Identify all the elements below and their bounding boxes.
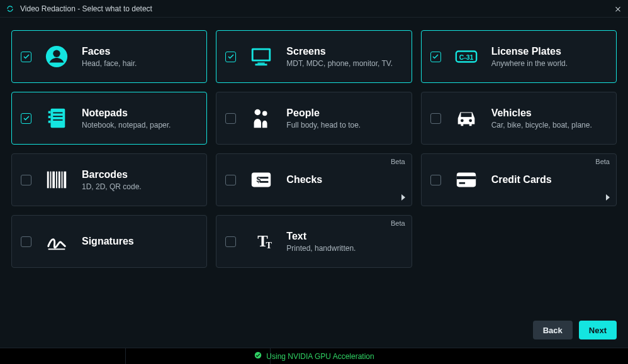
card-licenseplates[interactable]: C-31License PlatesAnywhere in the world.	[421, 30, 617, 83]
checkbox-barcodes[interactable]	[21, 175, 31, 185]
svg-rect-20	[47, 172, 49, 189]
statusbar: Using NVIDIA GPU Acceleration	[0, 348, 628, 364]
vehicle-icon	[452, 106, 480, 131]
svg-rect-4	[255, 63, 267, 65]
card-signatures[interactable]: Signatures	[11, 215, 207, 268]
beta-badge: Beta	[391, 158, 405, 165]
card-subtitle: Notebook, notepad, paper.	[82, 121, 198, 130]
svg-rect-26	[64, 172, 66, 189]
titlebar: Video Redaction - Select what to detect	[0, 0, 628, 18]
card-checks[interactable]: $ChecksBeta	[216, 153, 412, 206]
beta-badge: Beta	[391, 219, 405, 227]
back-button[interactable]: Back	[533, 321, 573, 339]
creditcard-icon	[452, 167, 480, 192]
card-title: Signatures	[82, 235, 198, 248]
svg-rect-19	[461, 113, 471, 117]
card-people[interactable]: PeopleFull body, head to toe.	[216, 92, 412, 145]
card-text-creditcards: Credit Cards	[491, 174, 607, 187]
svg-rect-27	[252, 173, 271, 187]
card-title: License Plates	[491, 45, 607, 58]
svg-rect-32	[456, 176, 475, 179]
card-title: Screens	[286, 45, 402, 58]
card-barcodes[interactable]: Barcodes1D, 2D, QR code.	[11, 153, 207, 206]
card-title: Notepads	[82, 107, 198, 120]
licenseplate-icon: C-31	[452, 44, 480, 69]
svg-rect-14	[53, 119, 62, 121]
window: Video Redaction - Select what to detect …	[0, 0, 628, 364]
chevron-right-icon[interactable]	[401, 194, 405, 201]
card-text-notepads: NotepadsNotebook, notepad, paper.	[82, 107, 198, 130]
check-circle-icon	[254, 351, 262, 361]
svg-rect-3	[258, 63, 265, 64]
svg-rect-24	[59, 172, 60, 189]
card-text-licenseplates: License PlatesAnywhere in the world.	[491, 45, 607, 69]
svg-point-37	[255, 352, 262, 359]
card-notepads[interactable]: NotepadsNotebook, notepad, paper.	[11, 92, 207, 145]
svg-rect-10	[48, 116, 51, 118]
svg-rect-8	[51, 109, 65, 128]
checkbox-notepads[interactable]	[21, 113, 31, 124]
card-text-checks: Checks	[286, 174, 402, 187]
card-creditcards[interactable]: Credit CardsBeta	[421, 153, 617, 206]
svg-rect-30	[260, 181, 268, 183]
app-refresh-icon	[5, 4, 15, 14]
svg-point-17	[461, 119, 464, 122]
svg-rect-34	[48, 248, 65, 250]
notepad-icon	[43, 106, 70, 131]
card-title: Barcodes	[82, 168, 198, 182]
card-vehicles[interactable]: VehiclesCar, bike, bicycle, boat, plane.	[421, 92, 617, 145]
checkbox-faces[interactable]	[21, 52, 31, 62]
checkbox-checks[interactable]	[225, 175, 236, 185]
checkbox-text[interactable]	[225, 236, 236, 247]
beta-badge: Beta	[595, 158, 610, 165]
card-text-faces: FacesHead, face, hair.	[82, 45, 198, 69]
svg-rect-33	[459, 182, 465, 184]
svg-rect-5	[254, 50, 269, 60]
card-text-people: PeopleFull body, head to toe.	[286, 107, 402, 130]
card-subtitle: Printed, handwritten.	[286, 244, 402, 253]
footer: Back Next	[0, 312, 628, 348]
chevron-right-icon[interactable]	[606, 194, 610, 201]
card-title: Faces	[82, 45, 198, 58]
screens-icon	[247, 44, 275, 69]
checkbox-signatures[interactable]	[21, 236, 31, 247]
close-icon[interactable]	[613, 4, 623, 14]
svg-rect-23	[56, 172, 57, 189]
svg-text:C-31: C-31	[459, 54, 473, 61]
svg-rect-31	[456, 173, 475, 187]
card-subtitle: 1D, 2D, QR code.	[82, 182, 198, 191]
signature-icon	[43, 229, 70, 254]
svg-point-15	[255, 109, 261, 116]
card-subtitle: Head, face, hair.	[82, 59, 198, 68]
card-faces[interactable]: FacesHead, face, hair.	[11, 30, 207, 83]
card-title: Vehicles	[491, 107, 607, 120]
card-screens[interactable]: ScreensMDT, MDC, phone, monitor, TV.	[216, 30, 412, 83]
checkbox-licenseplates[interactable]	[430, 52, 441, 62]
checkbox-creditcards[interactable]	[430, 175, 441, 185]
card-title: Text	[286, 230, 402, 243]
svg-rect-13	[53, 116, 62, 117]
check-icon: $	[247, 167, 275, 192]
svg-rect-11	[48, 121, 51, 123]
detection-grid: FacesHead, face, hair.ScreensMDT, MDC, p…	[11, 30, 617, 268]
card-subtitle: Full body, head to toe.	[286, 121, 402, 130]
card-text-text: TextPrinted, handwritten.	[286, 230, 402, 253]
svg-point-18	[469, 119, 472, 122]
card-text-signatures: Signatures	[82, 235, 198, 248]
next-button[interactable]: Next	[579, 321, 617, 339]
svg-rect-29	[260, 177, 268, 179]
checkbox-screens[interactable]	[225, 52, 236, 62]
svg-rect-22	[52, 172, 55, 189]
checkbox-people[interactable]	[225, 113, 236, 124]
checkbox-vehicles[interactable]	[430, 113, 441, 124]
svg-rect-21	[50, 172, 52, 189]
svg-rect-12	[53, 113, 62, 114]
status-message: Using NVIDIA GPU Acceleration	[266, 352, 374, 361]
card-text-screens: ScreensMDT, MDC, phone, monitor, TV.	[286, 45, 402, 69]
card-text-barcodes: Barcodes1D, 2D, QR code.	[82, 168, 198, 192]
text-icon: TT	[247, 229, 275, 254]
card-text[interactable]: TTTextPrinted, handwritten.Beta	[216, 215, 412, 268]
svg-point-16	[262, 111, 267, 116]
content-area: FacesHead, face, hair.ScreensMDT, MDC, p…	[0, 18, 628, 312]
svg-text:T: T	[266, 240, 272, 250]
